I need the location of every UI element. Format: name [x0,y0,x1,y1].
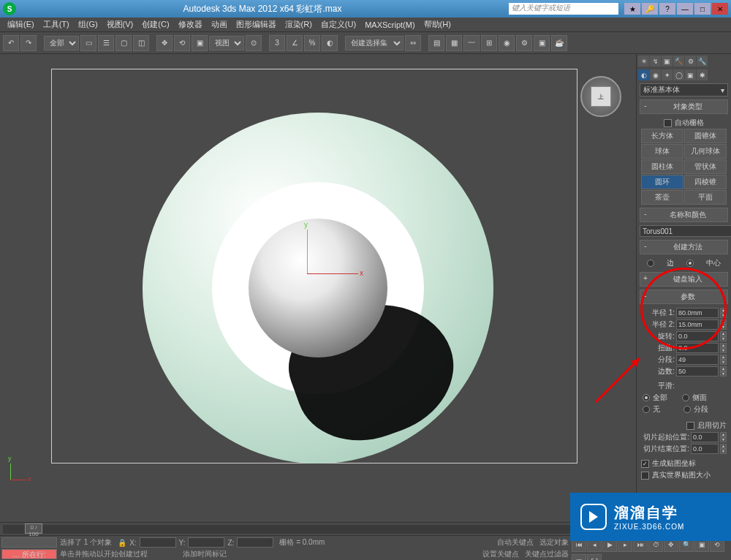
curve-editor-button[interactable]: 〰 [463,35,480,51]
display-tab[interactable]: ▣ [685,69,696,80]
rotation-spinner[interactable]: ▲▼ [720,331,727,341]
prim-sphere[interactable]: 球体 [641,144,683,159]
wrench-icon[interactable]: 🔧 [697,56,708,67]
slice-from-input[interactable]: 0.0 [691,432,719,442]
radius1-input[interactable]: 80.0mm [676,308,719,318]
menu-maxscript[interactable]: MAXScript(M) [362,20,417,29]
view-cube[interactable]: 上 [580,76,621,117]
viewport[interactable]: x y x y 上 [0,54,636,522]
window-crossing-button[interactable]: ◫ [133,35,149,51]
help-star-icon[interactable]: ★ [624,3,640,15]
close-button[interactable]: ✕ [712,3,728,15]
name-color-rollout[interactable]: -名称和颜色 [640,208,728,222]
pivot-button[interactable]: ⊙ [246,35,262,51]
segments-input[interactable]: 49 [676,355,719,365]
mirror-button[interactable]: ⇔ [405,35,421,51]
menu-grapheditor[interactable]: 图形编辑器 [233,19,279,30]
prim-cone[interactable]: 圆锥体 [684,129,727,143]
select-button[interactable]: ▭ [80,35,96,51]
prim-pyramid[interactable]: 四棱锥 [684,175,727,189]
prim-plane[interactable]: 平面 [684,190,727,205]
prim-teapot[interactable]: 茶壶 [641,190,683,205]
spinner-snap-button[interactable]: ◐ [322,35,338,51]
menu-group[interactable]: 组(G) [75,19,101,30]
realworld-checkbox[interactable] [641,472,649,480]
smooth-segs-radio[interactable] [683,406,691,413]
snap-button[interactable]: 3 [269,35,285,51]
slice-on-checkbox[interactable] [686,422,694,430]
radius1-spinner[interactable]: ▲▼ [720,308,727,318]
script-mini-listener[interactable] [1,537,57,548]
smooth-none-radio[interactable] [643,406,650,413]
parameters-rollout[interactable]: -参数 [640,290,728,304]
object-type-rollout[interactable]: -对象类型 [640,99,728,114]
max-viewport-button[interactable]: ⛶ [587,554,602,560]
smooth-all-radio[interactable] [643,394,650,401]
lock-icon[interactable]: ↯ [650,56,661,67]
viewcube-top-face[interactable]: 上 [591,86,611,107]
slice-to-spinner[interactable]: ▲▼ [720,444,727,454]
menu-view[interactable]: 视图(V) [104,19,137,30]
lock-selection-icon[interactable]: 🔒 [118,539,126,547]
hammer-icon[interactable]: 🔨 [673,56,684,67]
menu-modifier[interactable]: 修改器 [175,19,205,30]
fov-button[interactable]: ◫ [572,554,586,560]
time-slider-thumb[interactable]: 0 / 100 [25,523,42,534]
prim-torus[interactable]: 圆环 [641,175,683,189]
smooth-sides-radio[interactable] [682,394,689,401]
help-key-icon[interactable]: 🔑 [642,3,658,15]
slice-to-input[interactable]: 0.0 [691,444,719,454]
menu-create[interactable]: 创建(C) [139,19,172,30]
render-frame-button[interactable]: ▣ [534,35,550,51]
modify-tab[interactable]: ◉ [650,69,661,80]
maximize-button[interactable]: □ [694,3,711,15]
percent-snap-button[interactable]: % [304,35,320,51]
menu-animation[interactable]: 动画 [208,19,230,30]
rotation-input[interactable]: 0.0 [676,331,719,341]
keyboard-entry-rollout[interactable]: +键盘输入 [640,272,728,287]
prim-tube[interactable]: 管状体 [684,159,727,174]
redo-button[interactable]: ↷ [20,35,37,51]
render-setup-button[interactable]: ⚙ [516,35,532,51]
schematic-button[interactable]: ⊞ [481,35,497,51]
keyfilter-button[interactable]: 关键点过滤器 [525,549,569,559]
menu-edit[interactable]: 编辑(E) [4,19,37,30]
twist-spinner[interactable]: ▲▼ [720,343,727,353]
prim-box[interactable]: 长方体 [641,129,683,143]
radius2-spinner[interactable]: ▲▼ [720,319,727,330]
y-input[interactable] [188,537,224,548]
utilities-tab[interactable]: ✱ [697,69,708,80]
x-input[interactable] [140,537,176,548]
menu-customize[interactable]: 自定义(U) [318,19,359,30]
named-selection-sets[interactable]: 创建选择集 [345,36,404,50]
minimize-button[interactable]: — [677,3,693,15]
scale-button[interactable]: ▣ [192,35,208,51]
rotate-button[interactable]: ⟲ [174,35,190,51]
create-center-radio[interactable] [686,260,694,267]
help-search[interactable]: 键入关键字或短语 [509,3,618,15]
create-tab[interactable]: ◐ [638,69,649,80]
undo-button[interactable]: ↶ [3,35,19,51]
render-preset-icon[interactable]: ☀ [638,56,649,67]
align-button[interactable]: ▤ [428,35,444,51]
create-edge-radio[interactable] [647,260,654,267]
category-dropdown[interactable]: 标准基本体▾ [640,83,728,97]
help-info-icon[interactable]: ? [659,3,675,15]
script-line-label[interactable]: … 所在行: [1,549,57,559]
sides-spinner[interactable]: ▲▼ [720,366,727,377]
ref-coord-system[interactable]: 视图 [209,36,244,50]
prim-geosphere[interactable]: 几何球体 [684,144,727,159]
object-name-input[interactable] [640,225,731,237]
radius2-input[interactable]: 15.0mm [676,319,719,330]
gear-icon[interactable]: ⚙ [685,56,696,67]
view-icon[interactable]: ▣ [662,56,673,67]
selected-filter[interactable]: 选定对象 [539,537,569,548]
menu-help[interactable]: 帮助(H) [421,19,454,30]
hierarchy-tab[interactable]: ✦ [662,69,673,80]
material-editor-button[interactable]: ◉ [499,35,515,51]
setkey-button[interactable]: 设置关键点 [482,549,519,559]
select-region-button[interactable]: ▢ [115,35,132,51]
sides-input[interactable]: 50 [676,366,719,377]
create-method-rollout[interactable]: -创建方法 [640,240,728,254]
twist-input[interactable]: 0.0 [676,343,719,353]
